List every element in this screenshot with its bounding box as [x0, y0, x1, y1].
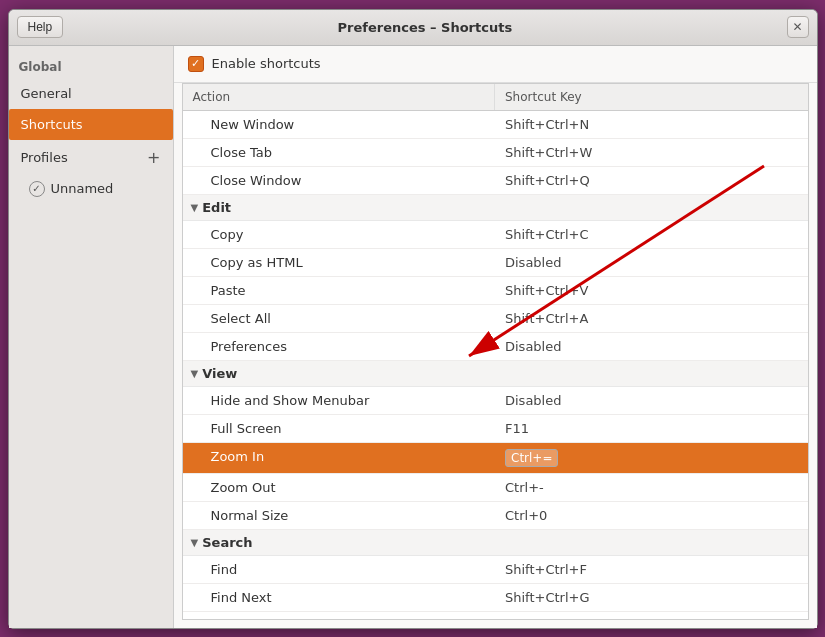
enable-shortcuts-label: Enable shortcuts [212, 56, 321, 71]
shortcut-key-cell: Shift+Ctrl+H [495, 612, 808, 620]
table-row[interactable]: PreferencesDisabled [183, 333, 808, 361]
sidebar: Global General Shortcuts Profiles + ✓ Un… [9, 46, 174, 628]
shortcut-key-cell: Ctrl+- [495, 474, 808, 501]
action-cell: New Window [183, 111, 496, 138]
action-cell: Paste [183, 277, 496, 304]
shortcut-key-cell: Ctrl+= [495, 443, 808, 473]
shortcut-key-cell: Shift+Ctrl+W [495, 139, 808, 166]
unnamed-label: Unnamed [51, 181, 114, 196]
sidebar-item-general[interactable]: General [9, 78, 173, 109]
action-cell: Preferences [183, 333, 496, 360]
enable-shortcuts-checkbox[interactable]: ✓ [188, 56, 204, 72]
enable-shortcuts-bar: ✓ Enable shortcuts [174, 46, 817, 83]
sidebar-unnamed-profile[interactable]: ✓ Unnamed [9, 175, 173, 203]
shortcut-key-cell: Disabled [495, 387, 808, 414]
collapse-icon[interactable]: ▼ [191, 537, 199, 548]
shortcuts-table[interactable]: Action Shortcut Key New WindowShift+Ctrl… [182, 83, 809, 620]
shortcut-key-cell: F11 [495, 415, 808, 442]
table-row[interactable]: Find PreviousShift+Ctrl+H [183, 612, 808, 620]
action-cell: Close Window [183, 167, 496, 194]
action-cell: Zoom Out [183, 474, 496, 501]
shortcut-key-cell: Shift+Ctrl+N [495, 111, 808, 138]
shortcut-key-cell: Shift+Ctrl+G [495, 584, 808, 611]
titlebar: Help Preferences – Shortcuts ✕ [9, 10, 817, 46]
action-cell: Hide and Show Menubar [183, 387, 496, 414]
key-box: Ctrl+= [505, 449, 558, 467]
add-profile-button[interactable]: + [147, 148, 160, 167]
shortcut-key-cell: Shift+Ctrl+Q [495, 167, 808, 194]
content-area: Global General Shortcuts Profiles + ✓ Un… [9, 46, 817, 628]
action-cell: Normal Size [183, 502, 496, 529]
sidebar-profiles-label: Profiles [21, 150, 68, 165]
table-body: New WindowShift+Ctrl+NClose TabShift+Ctr… [183, 111, 808, 620]
table-row[interactable]: Copy as HTMLDisabled [183, 249, 808, 277]
table-row[interactable]: Full ScreenF11 [183, 415, 808, 443]
collapse-icon[interactable]: ▼ [191, 368, 199, 379]
group-label: Search [202, 535, 252, 550]
shortcut-key-cell: Shift+Ctrl+F [495, 556, 808, 583]
sidebar-global-section: Global [9, 54, 173, 78]
action-cell: Find [183, 556, 496, 583]
table-row[interactable]: Zoom OutCtrl+- [183, 474, 808, 502]
sidebar-profiles-header: Profiles + [9, 140, 173, 175]
table-row[interactable]: PasteShift+Ctrl+V [183, 277, 808, 305]
shortcut-key-cell: Shift+Ctrl+V [495, 277, 808, 304]
action-cell: Copy [183, 221, 496, 248]
sidebar-item-shortcuts[interactable]: Shortcuts [9, 109, 173, 140]
shortcut-key-cell: Ctrl+0 [495, 502, 808, 529]
shortcut-key-cell: Shift+Ctrl+A [495, 305, 808, 332]
window-title: Preferences – Shortcuts [63, 20, 786, 35]
action-cell: Zoom In [183, 443, 496, 473]
action-cell: Copy as HTML [183, 249, 496, 276]
table-row[interactable]: FindShift+Ctrl+F [183, 556, 808, 584]
col-shortcut-header: Shortcut Key [495, 84, 808, 110]
action-cell: Full Screen [183, 415, 496, 442]
preferences-window: Help Preferences – Shortcuts ✕ Global Ge… [8, 9, 818, 629]
profile-check-icon: ✓ [29, 181, 45, 197]
col-action-header: Action [183, 84, 496, 110]
table-row[interactable]: CopyShift+Ctrl+C [183, 221, 808, 249]
table-row[interactable]: New WindowShift+Ctrl+N [183, 111, 808, 139]
group-header: ▼Edit [183, 195, 808, 221]
action-cell: Find Previous [183, 612, 496, 620]
group-header: ▼View [183, 361, 808, 387]
table-row[interactable]: Select AllShift+Ctrl+A [183, 305, 808, 333]
help-button[interactable]: Help [17, 16, 64, 38]
action-cell: Find Next [183, 584, 496, 611]
table-row[interactable]: Close TabShift+Ctrl+W [183, 139, 808, 167]
shortcuts-content: ✓ Enable shortcuts Action Shortcut Key N… [174, 46, 817, 628]
table-row[interactable]: Hide and Show MenubarDisabled [183, 387, 808, 415]
shortcut-key-cell: Disabled [495, 333, 808, 360]
group-label: Edit [202, 200, 231, 215]
table-row[interactable]: Find NextShift+Ctrl+G [183, 584, 808, 612]
group-label: View [202, 366, 237, 381]
shortcut-key-cell: Shift+Ctrl+C [495, 221, 808, 248]
action-cell: Close Tab [183, 139, 496, 166]
table-row[interactable]: Close WindowShift+Ctrl+Q [183, 167, 808, 195]
shortcut-key-cell: Disabled [495, 249, 808, 276]
main-panel: ✓ Enable shortcuts Action Shortcut Key N… [174, 46, 817, 628]
action-cell: Select All [183, 305, 496, 332]
table-row[interactable]: Zoom InCtrl+= [183, 443, 808, 474]
group-header: ▼Search [183, 530, 808, 556]
collapse-icon[interactable]: ▼ [191, 202, 199, 213]
table-row[interactable]: Normal SizeCtrl+0 [183, 502, 808, 530]
close-button[interactable]: ✕ [787, 16, 809, 38]
table-header: Action Shortcut Key [183, 84, 808, 111]
